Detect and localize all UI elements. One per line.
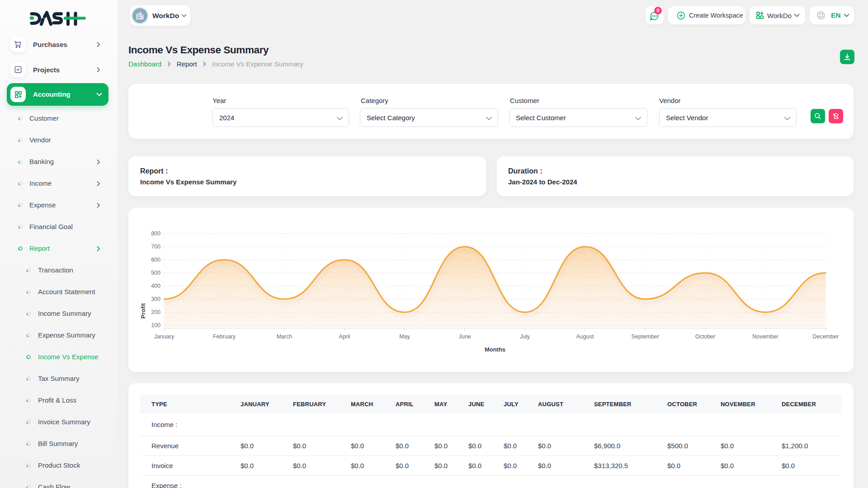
svg-text:January: January (154, 333, 175, 340)
svg-text:February: February (213, 333, 236, 340)
svg-text:400: 400 (151, 283, 160, 289)
svg-text:600: 600 (151, 257, 160, 263)
svg-text:Months: Months (485, 346, 505, 353)
svg-text:October: October (695, 333, 715, 340)
svg-text:500: 500 (151, 270, 160, 276)
svg-text:March: March (277, 333, 292, 340)
svg-text:April: April (339, 333, 350, 340)
svg-text:200: 200 (151, 309, 160, 315)
svg-text:May: May (399, 333, 410, 340)
svg-text:100: 100 (151, 322, 160, 328)
svg-text:June: June (458, 333, 471, 340)
svg-text:November: November (752, 333, 778, 340)
svg-text:September: September (631, 333, 659, 340)
svg-text:700: 700 (151, 244, 160, 250)
svg-text:August: August (576, 333, 594, 340)
svg-text:800: 800 (151, 230, 160, 237)
svg-text:300: 300 (151, 296, 160, 302)
svg-text:December: December (812, 333, 839, 340)
svg-text:July: July (520, 333, 530, 340)
svg-text:Profit: Profit (140, 303, 146, 319)
